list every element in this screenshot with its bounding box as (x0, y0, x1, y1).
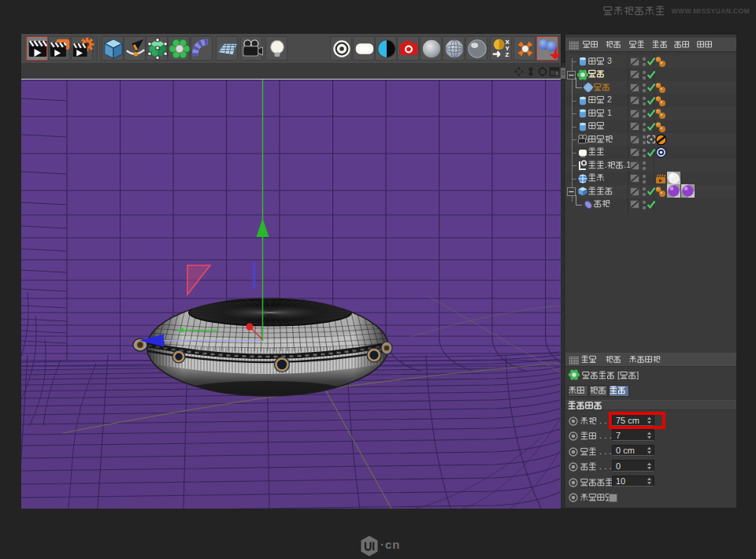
svg-text:.: . (604, 431, 606, 440)
svg-text:.: . (604, 462, 606, 471)
svg-text:Z: Z (505, 51, 509, 58)
svg-text:[: [ (617, 371, 620, 379)
svg-text:.: . (605, 161, 607, 169)
svg-text:2: 2 (607, 95, 612, 104)
svg-text:1: 1 (607, 109, 612, 117)
svg-text:.: . (604, 416, 606, 425)
svg-text:.: . (599, 431, 602, 440)
svg-text:.: . (599, 416, 602, 425)
svg-text:3: 3 (607, 57, 612, 65)
svg-text:.: . (599, 447, 602, 456)
svg-text:.: . (604, 447, 606, 456)
svg-text:]: ] (636, 371, 639, 379)
svg-text:.: . (599, 462, 602, 471)
